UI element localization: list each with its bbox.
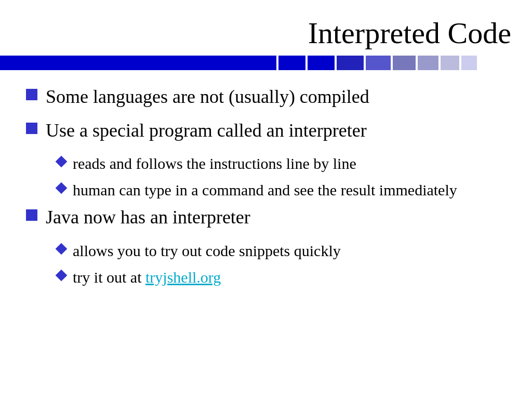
block-1	[249, 56, 276, 70]
sub-bullet-item-3-2: try it out at tryjshell.org	[57, 267, 506, 287]
bullet-diamond-3-2	[56, 269, 68, 281]
sub-bullet-item-2-2: human can type in a command and see the …	[57, 180, 506, 200]
bullet-square-2	[26, 123, 37, 134]
divider-blocks	[249, 56, 532, 70]
bullet-text-3: Java now has an interpreter	[46, 206, 250, 229]
bullet-item-2: Use a special program called an interpre…	[26, 119, 506, 142]
sub-bullet-text-3-2: try it out at tryjshell.org	[73, 267, 221, 287]
tryjshell-link[interactable]: tryjshell.org	[145, 269, 221, 286]
sub-bullet-item-2-1: reads and follows the instructions line …	[57, 153, 506, 174]
divider-bar	[0, 56, 532, 70]
block-7	[418, 56, 438, 70]
sub-bullet-text-2-1: reads and follows the instructions line …	[73, 153, 356, 174]
bullet-square-3	[26, 209, 37, 221]
bullet-item-3: Java now has an interpreter	[26, 206, 506, 229]
slide: Interpreted Code Some languages are not …	[0, 0, 532, 399]
block-2	[278, 56, 305, 70]
bullet-item-1: Some languages are not (usually) compile…	[26, 86, 506, 108]
bullet-diamond-2-1	[56, 156, 68, 168]
try-it-out-text: try it out at	[73, 269, 145, 286]
block-9	[461, 56, 477, 70]
sub-bullet-text-3-1: allows you to try out code snippets quic…	[73, 241, 341, 261]
divider-solid	[0, 56, 249, 70]
block-3	[308, 56, 335, 70]
bullet-square-1	[26, 89, 37, 100]
block-6	[393, 56, 416, 70]
block-8	[441, 56, 459, 70]
bullet-diamond-2-2	[56, 182, 68, 194]
title-area: Interpreted Code	[0, 0, 532, 50]
block-4	[337, 56, 364, 70]
bullet-text-1: Some languages are not (usually) compile…	[46, 86, 369, 108]
slide-title: Interpreted Code	[21, 16, 511, 50]
bullet-diamond-3-1	[56, 243, 68, 255]
content-area: Some languages are not (usually) compile…	[0, 70, 532, 304]
sub-bullet-text-2-2: human can type in a command and see the …	[73, 180, 457, 200]
sub-bullet-item-3-1: allows you to try out code snippets quic…	[57, 241, 506, 261]
block-5	[366, 56, 391, 70]
bullet-text-2: Use a special program called an interpre…	[46, 119, 367, 142]
